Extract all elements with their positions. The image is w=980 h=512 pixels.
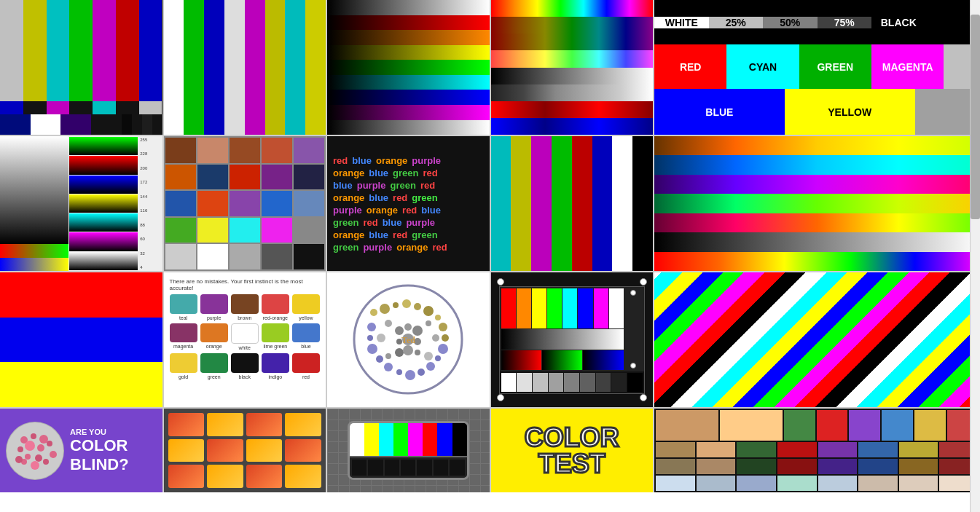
gradient-bars-panel[interactable]	[654, 136, 980, 271]
image-grid: RED GREEN BLUE WHITE MAGENTA YELLOW CYAN	[0, 0, 980, 492]
swatch-label: white	[239, 345, 251, 350]
test-subtitle: TEST	[525, 451, 619, 477]
svg-point-27	[395, 348, 404, 357]
swatch-black[interactable]: black	[231, 353, 259, 379]
color-text-row: orange blue red green	[333, 229, 484, 240]
svg-point-11	[435, 355, 441, 361]
svg-point-41	[17, 446, 23, 452]
swatch-red-orange[interactable]: red-orange	[262, 294, 289, 320]
swatch-label: purple	[207, 315, 221, 320]
swatch-label: green	[208, 374, 221, 379]
swatch-white[interactable]: white	[231, 323, 259, 351]
color-text-row: green red blue purple	[333, 217, 484, 228]
svg-point-31	[426, 320, 431, 326]
color-swatches-panel[interactable]: There are no mistakes. Your first instin…	[164, 272, 326, 407]
swatch-label: blue	[301, 344, 310, 349]
swatch-green[interactable]: green	[200, 353, 228, 379]
swatch-label: brown	[238, 315, 251, 320]
luminance-chart[interactable]: 2552282001721441168860324	[0, 136, 162, 271]
75-percent-label: 75%	[818, 17, 872, 28]
svg-point-18	[367, 344, 377, 354]
scrollbar[interactable]	[970, 0, 980, 492]
svg-point-46	[43, 459, 49, 465]
svg-point-33	[432, 334, 439, 342]
solid-color-blocks[interactable]	[0, 272, 162, 407]
svg-point-7	[435, 315, 441, 320]
color-test-title: COLOR	[525, 425, 619, 451]
svg-point-16	[384, 363, 393, 371]
svg-point-42	[25, 441, 35, 451]
swatch-indigo[interactable]: indigo	[262, 353, 289, 379]
svg-point-9	[442, 334, 449, 342]
color-test-card[interactable]: WHITE 25% 50% 75% BLACK RED CYAN GREEN M…	[654, 0, 980, 135]
grid-color-pattern[interactable]	[164, 409, 326, 492]
svg-point-5	[414, 303, 421, 310]
color-test-text-large[interactable]: COLOR TEST	[491, 409, 654, 492]
swatch-purple[interactable]: purple	[200, 294, 228, 320]
svg-point-4	[402, 299, 411, 308]
color-text-row: orange blue green red	[333, 168, 484, 178]
svg-point-20	[367, 323, 376, 331]
swatch-red[interactable]: red	[292, 353, 320, 379]
color-spectrum-display[interactable]	[491, 0, 654, 135]
swatch-label: indigo	[269, 374, 283, 379]
cyan-label: CYAN	[726, 44, 799, 89]
monitor-test-pattern[interactable]	[491, 272, 654, 407]
svg-point-22	[404, 323, 412, 331]
svg-point-49	[15, 456, 23, 463]
green-label: GREEN	[799, 44, 871, 89]
svg-point-43	[37, 444, 44, 452]
are-you-color-blind-banner[interactable]: ARE YOU COLOR BLIND?	[0, 409, 162, 492]
svg-text:Ted: Ted	[401, 335, 415, 345]
svg-point-44	[47, 441, 52, 446]
svg-point-12	[426, 362, 435, 371]
svg-point-2	[380, 304, 390, 314]
vertical-bars-2[interactable]	[491, 136, 654, 271]
swatch-label: orange	[206, 344, 222, 349]
color-text-row: orange blue red green	[333, 192, 484, 203]
swatch-label: black	[239, 374, 251, 379]
svg-point-14	[405, 370, 415, 380]
ishihara-circle-small	[6, 422, 64, 480]
svg-point-32	[377, 334, 385, 342]
svg-point-6	[423, 306, 434, 316]
svg-point-1	[370, 309, 377, 316]
tv-test-pattern[interactable]	[327, 409, 490, 492]
svg-point-50	[25, 454, 31, 460]
color-label: COLOR	[70, 436, 129, 455]
color-text-row: purple orange red blue	[333, 205, 484, 216]
swatch-label: yellow	[299, 315, 313, 320]
swatch-blue[interactable]: blue	[292, 323, 320, 351]
swatch-label: teal	[179, 315, 187, 320]
svg-point-15	[396, 369, 402, 375]
25-percent-label: 25%	[709, 17, 764, 28]
svg-point-23	[412, 326, 423, 336]
svg-point-13	[418, 369, 425, 376]
gradient-bands-test[interactable]	[327, 0, 490, 135]
black-label: BLACK	[871, 17, 926, 28]
swatch-label: magenta	[173, 344, 193, 349]
swatch-magenta[interactable]: magenta	[170, 323, 197, 351]
swatch-brown[interactable]: brown	[231, 294, 259, 320]
smpte-color-bars[interactable]: RED GREEN BLUE WHITE MAGENTA YELLOW CYAN	[0, 0, 162, 135]
svg-point-40	[39, 435, 48, 444]
swatch-orange[interactable]: orange	[200, 323, 228, 351]
swatch-yellow[interactable]: yellow	[292, 294, 320, 320]
white-label: WHITE	[654, 17, 709, 28]
diagonal-color-stripes[interactable]	[654, 272, 980, 407]
color-chart-squares[interactable]	[164, 136, 326, 271]
color-text-row: blue purple green red	[333, 180, 484, 191]
color-blindness-circle[interactable]: Ted	[327, 272, 490, 407]
are-you-label: ARE YOU	[70, 428, 129, 436]
swatch-label: lime green	[264, 344, 288, 349]
swatch-lime-green[interactable]: lime green	[262, 323, 289, 351]
scrollbar-thumb[interactable]	[971, 15, 980, 219]
swatch-teal[interactable]: teal	[170, 294, 197, 320]
svg-point-28	[403, 345, 413, 355]
swatch-gold[interactable]: gold	[170, 353, 197, 379]
color-bars-final-panel[interactable]	[654, 409, 980, 492]
color-word-test[interactable]: red blue orange purple orange blue green…	[327, 136, 490, 271]
swatch-label: gold	[179, 374, 188, 379]
vertical-color-bars[interactable]	[164, 0, 326, 135]
svg-point-51	[35, 454, 42, 462]
